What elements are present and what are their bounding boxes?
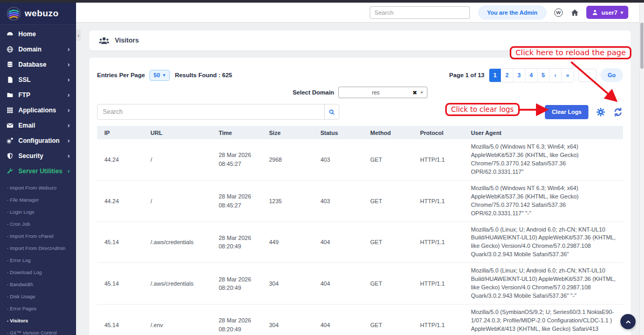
cell-time-clock: 08:20:49 [219,242,265,251]
chevron-right-icon: › [68,152,70,160]
cell-size: 449 [269,239,320,245]
user-menu-button[interactable]: user7 ▾ [586,6,628,19]
log-search-box [97,104,339,120]
cell-user-agent: Mozilla/5.0 (Windows NT 6.3; Win64; x64)… [471,184,623,218]
chevron-down-icon: ▼ [162,73,166,78]
cell-time-date: 28 Mar 2026 [219,316,265,325]
page-button-2[interactable]: 2 [501,69,513,82]
cell-user-agent: Mozilla/5.0 (SymbianOS/9.2; U; Series60/… [471,308,623,335]
sidebar-subitem-file-manager[interactable]: - File Manager [0,194,76,206]
entries-per-page-select[interactable]: 50 ▼ [149,70,170,81]
sidebar-item-label: Server Utilities [18,168,62,175]
wrench-icon [6,168,14,175]
column-header-method: Method [370,130,420,136]
column-header-size: Size [269,130,320,136]
sidebar-item-label: FTP [18,91,30,99]
select-domain-dropdown[interactable]: res ✖ ▼ [338,87,427,98]
sidebar-item-database[interactable]: Database› [0,57,76,72]
cell-method: GET [370,198,420,204]
page-scrollbar[interactable] [639,3,644,335]
sidebar-item-ssl[interactable]: SSL› [0,72,76,87]
username-label: user7 [602,9,618,16]
sidebar-item-label: Configuration [18,137,60,144]
last-page-button[interactable]: » [562,69,574,82]
page-button-1[interactable]: 1 [489,69,501,82]
cell-url: /.aws/credentials [151,239,219,245]
log-search-row: Clear Logs [97,104,623,120]
cell-time-clock: 08:20:49 [219,284,265,292]
sidebar-subitem-bandwidth[interactable]: - Bandwidth [0,278,76,290]
sidebar-subitem-disk-usage[interactable]: - Disk Usage [0,290,76,302]
chevron-right-icon: › [68,76,70,83]
sidebar-item-domain[interactable]: Domain› [0,41,76,57]
sidebar-subitem-download-log[interactable]: - Download Log [0,266,76,278]
cell-status: 404 [320,322,370,328]
sidebar-item-label: Email [18,122,35,129]
cell-time-date: 28 Mar 2026 [219,234,265,243]
cell-status: 404 [320,280,370,287]
cell-method: GET [370,156,420,163]
scroll-to-top-button[interactable] [620,314,636,329]
wordpress-icon[interactable]: W [554,8,563,17]
cell-size: 1235 [269,198,320,204]
gears-icon [6,137,14,144]
page-indicator: Page 1 of 13 [449,72,485,78]
cell-ip: 44.24 [104,198,151,204]
sidebar-subitem-visitors[interactable]: - Visitors [0,315,76,327]
page-button-5[interactable]: 5 [538,69,550,82]
sidebar-subitem-git-version-control[interactable]: - Git™ Version Control [0,327,76,335]
brand-logo[interactable]: webuzo [0,3,76,25]
sidebar-item-server-utilities[interactable]: Server Utilities› [0,163,76,179]
sidebar-submenu: - Import From Webuzo- File Manager- Logi… [0,179,76,335]
sidebar-item-home[interactable]: Home [0,26,76,41]
page-number-input[interactable] [578,69,596,82]
page-button-4[interactable]: 4 [525,69,538,82]
go-button[interactable]: Go [600,68,623,82]
home-icon[interactable] [571,8,579,17]
next-page-button[interactable]: › [550,69,562,82]
sidebar-item-security[interactable]: Security› [0,148,76,163]
search-submit-button[interactable] [324,104,339,119]
shield-icon [6,152,14,160]
settings-gear-icon[interactable] [596,107,606,117]
entries-per-page-value: 50 [154,72,160,78]
sidebar-item-ftp[interactable]: FTP› [0,87,76,102]
cell-time: 28 Mar 202608:20:49 [219,275,269,292]
cell-time-date: 28 Mar 2026 [219,192,265,201]
scrollbar-thumb[interactable] [640,23,643,69]
sidebar-subitem-error-pages[interactable]: - Error Pages [0,302,76,315]
table-row: 45.14/.aws/credentials28 Mar 202608:20:4… [97,222,623,264]
sidebar-subitem-import-from-cpanel[interactable]: - Import From cPanel [0,230,76,242]
sidebar-item-configuration[interactable]: Configuration› [0,133,76,148]
log-search-input[interactable] [98,104,324,119]
sidebar-collapse-toggle[interactable]: ‹ [76,29,81,41]
page-button-3[interactable]: 3 [513,69,525,82]
cell-time-clock: 08:20:49 [219,325,265,334]
sidebar-item-applications[interactable]: Applications› [0,102,76,118]
global-search-input[interactable] [370,6,470,19]
sidebar-subitem-import-from-webuzo[interactable]: - Import From Webuzo [0,182,76,194]
sidebar-subitem-error-log[interactable]: - Error Log [0,254,76,266]
reload-icon[interactable] [613,107,623,117]
cell-protocol: HTTP/1.1 [420,322,471,328]
cell-time: 28 Mar 202608:45:27 [219,192,269,210]
pagination-buttons: 12345›» [489,68,574,82]
clear-logs-button[interactable]: Clear Logs [545,105,588,119]
sidebar-subitem-cron-job[interactable]: - Cron Job [0,218,76,230]
sidebar-item-email[interactable]: Email› [0,118,76,133]
clear-domain-icon[interactable]: ✖ [413,90,417,96]
sidebar-subitem-login-logs[interactable]: - Login Logs [0,206,76,218]
sidebar-nav: HomeDomain›Database›SSL›FTP›Applications… [0,25,76,179]
sidebar-subitem-import-from-directadmin[interactable]: - Import From DirectAdmin [0,242,76,254]
select-domain-label: Select Domain [293,89,334,96]
cell-ip: 45.14 [104,280,151,287]
chevron-right-icon: › [68,106,70,114]
table-row: 45.14/.aws/credentials28 Mar 202608:20:4… [97,263,623,305]
folder-icon [6,91,14,99]
top-strip [0,0,644,3]
cell-time-clock: 08:45:27 [219,160,265,169]
sidebar-item-label: Domain [18,46,41,53]
column-header-user-agent: User Agent [471,130,623,136]
column-header-status: Status [320,130,370,136]
column-header-url: URL [151,130,219,136]
